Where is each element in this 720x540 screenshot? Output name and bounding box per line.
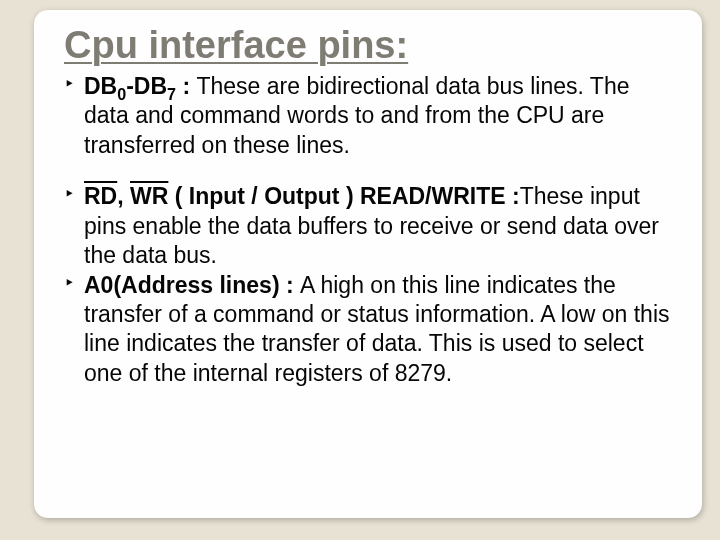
bullet-db: DB0-DB7 : These are bidirectional data b… [64,72,672,160]
bullet-a0-label: A0(Address lines) : [84,272,300,298]
bullet-rdwr: RD, WR ( Input / Output ) READ/WRITE :Th… [64,182,672,270]
bullet-db-label: DB0-DB7 : [84,73,196,99]
slide-title: Cpu interface pins: [64,26,672,66]
slide-frame: Cpu interface pins: DB0-DB7 : These are … [0,0,720,540]
bullet-rdwr-label: RD, WR ( Input / Output ) READ/WRITE : [84,183,520,209]
bullet-list: DB0-DB7 : These are bidirectional data b… [64,72,672,388]
bullet-a0: A0(Address lines) : A high on this line … [64,271,672,389]
content-panel: Cpu interface pins: DB0-DB7 : These are … [34,10,702,518]
